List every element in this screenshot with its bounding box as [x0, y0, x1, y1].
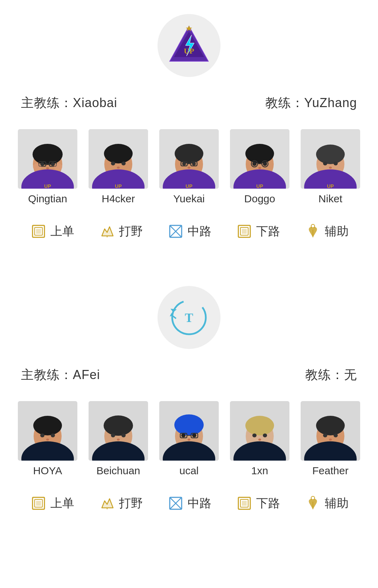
- role2-label-mid: 中路: [188, 495, 211, 511]
- role2-mid: 中路: [155, 494, 223, 512]
- role2-jungle: 打野: [86, 494, 155, 512]
- role2-label-top: 上单: [50, 495, 74, 511]
- team1-roles-row: 上单 打野 中路: [14, 212, 364, 251]
- player-name-hoya: HOYA: [33, 465, 62, 477]
- svg-point-87: [46, 439, 49, 441]
- svg-text:UP: UP: [44, 183, 51, 189]
- team2-player-beichuan: Beichuan: [85, 401, 152, 477]
- role2-support: 辅助: [292, 494, 360, 512]
- team2-player-hoya: HOYA: [14, 401, 81, 477]
- role-label-support: 辅助: [325, 223, 349, 239]
- player-silhouette: UP: [301, 129, 360, 189]
- player-silhouette: UP: [230, 129, 289, 189]
- svg-text:UP: UP: [184, 47, 194, 55]
- team2-logo-svg: T: [166, 295, 212, 340]
- team2-player-1xn: 1xn: [226, 401, 293, 477]
- svg-point-59: [323, 162, 327, 166]
- svg-point-125: [334, 434, 338, 438]
- svg-point-12: [51, 162, 55, 166]
- team1-players-row: UP Qingtian UP: [14, 122, 364, 212]
- svg-text:UP: UP: [256, 183, 263, 189]
- svg-point-49: [252, 162, 257, 166]
- role-mid: 中路: [155, 222, 223, 240]
- svg-point-108: [188, 439, 190, 441]
- team1-coaches-row: 主教练：Xiaobai 教练：YuZhang: [14, 84, 364, 122]
- mid-icon-2: [167, 494, 185, 512]
- player-photo: [230, 401, 289, 461]
- svg-point-85: [40, 434, 44, 438]
- svg-point-124: [323, 434, 327, 438]
- player-photo: [18, 401, 77, 461]
- team2-head-coach: 主教练：AFei: [21, 366, 100, 384]
- svg-point-24: [121, 162, 126, 166]
- team2-section: T 主教练：AFei 教练：无: [0, 272, 378, 523]
- bot-icon-2: [235, 494, 253, 512]
- svg-point-95: [121, 434, 126, 438]
- svg-point-114: [245, 416, 274, 435]
- role2-label-bot: 下路: [256, 495, 280, 511]
- team2-logo-circle: T: [158, 286, 220, 349]
- svg-point-106: [181, 434, 186, 438]
- team1-section: UP 主教练：Xiaobai 教练：YuZhang: [0, 0, 378, 251]
- svg-point-15: [54, 163, 62, 170]
- svg-text:T: T: [185, 311, 193, 325]
- player-silhouette: UP: [89, 129, 148, 189]
- player-photo: [159, 401, 219, 461]
- team1-player-qingtian: UP Qingtian: [14, 129, 81, 205]
- team2-coach: 教练：无: [305, 366, 357, 384]
- jungle-icon: [98, 222, 116, 240]
- svg-point-38: [188, 167, 190, 169]
- team1-player-niket: UP Niket: [297, 129, 364, 205]
- svg-point-7: [33, 144, 63, 165]
- player-name-qingtian: Qingtian: [28, 193, 67, 205]
- team1-coach: 教练：YuZhang: [265, 94, 357, 112]
- team1-logo-circle: UP: [158, 14, 220, 77]
- svg-point-23: [111, 162, 115, 166]
- team2-logo-container: T: [14, 272, 364, 356]
- jungle-icon-2: [98, 494, 116, 512]
- svg-point-51: [258, 167, 261, 169]
- mid-icon: [167, 222, 185, 240]
- role-label-bot: 下路: [256, 223, 280, 239]
- role-support: 辅助: [292, 222, 360, 240]
- top-icon: [29, 222, 48, 240]
- svg-rect-130: [36, 501, 41, 506]
- top-icon-2: [29, 494, 48, 512]
- team2-coaches-row: 主教练：AFei 教练：无: [14, 356, 364, 394]
- svg-point-86: [51, 434, 55, 438]
- player-name-ucal: ucal: [179, 465, 198, 477]
- svg-point-36: [182, 162, 186, 166]
- player-name-beichuan: Beichuan: [96, 465, 140, 477]
- team2-player-ucal: ucal: [155, 401, 223, 477]
- svg-point-96: [117, 439, 120, 441]
- svg-text:UP: UP: [186, 183, 192, 189]
- svg-point-60: [334, 162, 338, 166]
- team2-player-feather: Feather: [297, 401, 364, 477]
- svg-point-32: [175, 144, 203, 163]
- support-icon: [304, 222, 322, 240]
- team1-logo-container: UP: [14, 0, 364, 84]
- role2-bot: 下路: [223, 494, 292, 512]
- svg-point-123: [316, 416, 345, 435]
- player-silhouette: [159, 401, 219, 461]
- role-label-top: 上单: [50, 223, 74, 239]
- player-photo: UP: [89, 129, 148, 189]
- player-name-doggo: Doggo: [244, 193, 275, 205]
- player-silhouette: UP: [159, 129, 219, 189]
- svg-rect-66: [36, 229, 41, 234]
- bot-icon: [235, 222, 253, 240]
- svg-text:UP: UP: [115, 183, 121, 189]
- svg-point-50: [263, 162, 267, 166]
- svg-point-84: [33, 416, 62, 435]
- player-silhouette: [18, 401, 77, 461]
- svg-point-107: [192, 434, 196, 438]
- svg-point-115: [252, 434, 257, 438]
- svg-rect-137: [242, 501, 247, 506]
- team2-roles-row: 上单 打野 中路: [14, 484, 364, 523]
- support-icon-2: [304, 494, 322, 512]
- svg-point-74: [311, 224, 315, 228]
- team2-players-row: HOYA Beichuan: [14, 394, 364, 484]
- player-name-feather: Feather: [312, 465, 348, 477]
- team1-head-coach: 主教练：Xiaobai: [21, 94, 117, 112]
- role-bot: 下路: [223, 222, 292, 240]
